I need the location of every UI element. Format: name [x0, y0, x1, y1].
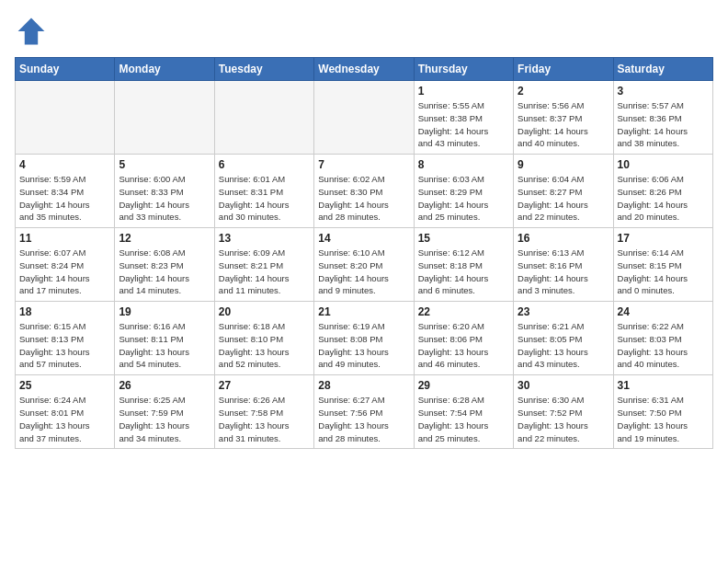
day-info: Sunrise: 6:26 AMSunset: 7:58 PMDaylight:…	[219, 394, 310, 444]
day-cell	[16, 81, 115, 155]
day-info: Sunrise: 6:10 AMSunset: 8:20 PMDaylight:…	[318, 247, 409, 297]
day-number: 22	[418, 305, 509, 318]
day-cell: 9Sunrise: 6:04 AMSunset: 8:27 PMDaylight…	[514, 155, 613, 228]
weekday-header-monday: Monday	[115, 58, 214, 81]
day-info: Sunrise: 6:16 AMSunset: 8:11 PMDaylight:…	[119, 320, 210, 371]
day-number: 2	[518, 85, 609, 98]
day-info: Sunrise: 5:57 AMSunset: 8:36 PMDaylight:…	[618, 99, 709, 150]
day-cell: 29Sunrise: 6:28 AMSunset: 7:54 PMDayligh…	[414, 375, 513, 449]
svg-marker-0	[18, 18, 45, 45]
week-row-2: 11Sunrise: 6:07 AMSunset: 8:24 PMDayligh…	[16, 228, 713, 302]
day-number: 14	[318, 232, 409, 245]
day-number: 3	[618, 85, 709, 98]
day-number: 29	[418, 379, 509, 392]
day-cell: 18Sunrise: 6:15 AMSunset: 8:13 PMDayligh…	[16, 302, 115, 375]
day-cell	[115, 81, 214, 155]
day-info: Sunrise: 6:30 AMSunset: 7:52 PMDaylight:…	[518, 394, 609, 444]
day-cell: 1Sunrise: 5:55 AMSunset: 8:38 PMDaylight…	[414, 81, 513, 155]
day-info: Sunrise: 6:22 AMSunset: 8:03 PMDaylight:…	[618, 320, 709, 371]
day-cell: 8Sunrise: 6:03 AMSunset: 8:29 PMDaylight…	[414, 155, 513, 228]
day-cell: 2Sunrise: 5:56 AMSunset: 8:37 PMDaylight…	[514, 81, 613, 155]
day-cell: 26Sunrise: 6:25 AMSunset: 7:59 PMDayligh…	[115, 375, 214, 449]
weekday-header-friday: Friday	[514, 58, 613, 81]
day-number: 19	[119, 305, 210, 318]
day-info: Sunrise: 6:20 AMSunset: 8:06 PMDaylight:…	[418, 320, 509, 371]
day-number: 18	[19, 305, 110, 318]
day-info: Sunrise: 6:03 AMSunset: 8:29 PMDaylight:…	[418, 173, 509, 224]
day-number: 31	[618, 379, 709, 392]
day-cell: 7Sunrise: 6:02 AMSunset: 8:30 PMDaylight…	[314, 155, 414, 228]
day-number: 7	[318, 158, 409, 171]
day-cell: 17Sunrise: 6:14 AMSunset: 8:15 PMDayligh…	[613, 228, 712, 302]
day-number: 21	[318, 305, 409, 318]
day-number: 20	[219, 305, 310, 318]
day-number: 23	[518, 305, 609, 318]
day-info: Sunrise: 6:08 AMSunset: 8:23 PMDaylight:…	[119, 247, 210, 297]
day-cell: 27Sunrise: 6:26 AMSunset: 7:58 PMDayligh…	[214, 375, 313, 449]
logo-icon	[15, 15, 48, 48]
page-header	[15, 15, 713, 48]
day-cell: 30Sunrise: 6:30 AMSunset: 7:52 PMDayligh…	[514, 375, 613, 449]
day-cell: 31Sunrise: 6:31 AMSunset: 7:50 PMDayligh…	[613, 375, 712, 449]
day-cell: 16Sunrise: 6:13 AMSunset: 8:16 PMDayligh…	[514, 228, 613, 302]
day-info: Sunrise: 6:14 AMSunset: 8:15 PMDaylight:…	[618, 247, 709, 297]
day-cell: 14Sunrise: 6:10 AMSunset: 8:20 PMDayligh…	[314, 228, 414, 302]
day-cell: 15Sunrise: 6:12 AMSunset: 8:18 PMDayligh…	[414, 228, 513, 302]
day-number: 1	[418, 85, 509, 98]
day-number: 13	[219, 232, 310, 245]
week-row-0: 1Sunrise: 5:55 AMSunset: 8:38 PMDaylight…	[16, 81, 713, 155]
day-cell: 21Sunrise: 6:19 AMSunset: 8:08 PMDayligh…	[314, 302, 414, 375]
day-number: 15	[418, 232, 509, 245]
day-number: 4	[19, 158, 110, 171]
day-info: Sunrise: 6:15 AMSunset: 8:13 PMDaylight:…	[19, 320, 110, 371]
day-cell: 4Sunrise: 5:59 AMSunset: 8:34 PMDaylight…	[16, 155, 115, 228]
calendar-body: 1Sunrise: 5:55 AMSunset: 8:38 PMDaylight…	[16, 81, 713, 449]
day-info: Sunrise: 6:31 AMSunset: 7:50 PMDaylight:…	[618, 394, 709, 444]
day-cell: 25Sunrise: 6:24 AMSunset: 8:01 PMDayligh…	[16, 375, 115, 449]
day-cell: 10Sunrise: 6:06 AMSunset: 8:26 PMDayligh…	[613, 155, 712, 228]
day-info: Sunrise: 6:24 AMSunset: 8:01 PMDaylight:…	[19, 394, 110, 444]
day-info: Sunrise: 6:12 AMSunset: 8:18 PMDaylight:…	[418, 247, 509, 297]
day-info: Sunrise: 6:00 AMSunset: 8:33 PMDaylight:…	[119, 173, 210, 224]
day-number: 10	[618, 158, 709, 171]
weekday-header-row: SundayMondayTuesdayWednesdayThursdayFrid…	[16, 58, 713, 81]
weekday-header-wednesday: Wednesday	[314, 58, 414, 81]
day-cell: 13Sunrise: 6:09 AMSunset: 8:21 PMDayligh…	[214, 228, 313, 302]
calendar-table: SundayMondayTuesdayWednesdayThursdayFrid…	[15, 57, 713, 449]
day-number: 28	[318, 379, 409, 392]
day-info: Sunrise: 6:13 AMSunset: 8:16 PMDaylight:…	[518, 247, 609, 297]
day-cell: 12Sunrise: 6:08 AMSunset: 8:23 PMDayligh…	[115, 228, 214, 302]
day-cell: 3Sunrise: 5:57 AMSunset: 8:36 PMDaylight…	[613, 81, 712, 155]
day-number: 17	[618, 232, 709, 245]
day-cell: 5Sunrise: 6:00 AMSunset: 8:33 PMDaylight…	[115, 155, 214, 228]
day-number: 9	[518, 158, 609, 171]
day-cell: 20Sunrise: 6:18 AMSunset: 8:10 PMDayligh…	[214, 302, 313, 375]
weekday-header-sunday: Sunday	[16, 58, 115, 81]
day-info: Sunrise: 6:02 AMSunset: 8:30 PMDaylight:…	[318, 173, 409, 224]
day-info: Sunrise: 6:06 AMSunset: 8:26 PMDaylight:…	[618, 173, 709, 224]
weekday-header-saturday: Saturday	[613, 58, 712, 81]
day-info: Sunrise: 6:25 AMSunset: 7:59 PMDaylight:…	[119, 394, 210, 444]
day-cell: 6Sunrise: 6:01 AMSunset: 8:31 PMDaylight…	[214, 155, 313, 228]
logo	[15, 15, 53, 48]
day-info: Sunrise: 5:56 AMSunset: 8:37 PMDaylight:…	[518, 99, 609, 150]
day-cell: 19Sunrise: 6:16 AMSunset: 8:11 PMDayligh…	[115, 302, 214, 375]
day-number: 5	[119, 158, 210, 171]
week-row-1: 4Sunrise: 5:59 AMSunset: 8:34 PMDaylight…	[16, 155, 713, 228]
week-row-4: 25Sunrise: 6:24 AMSunset: 8:01 PMDayligh…	[16, 375, 713, 449]
day-number: 26	[119, 379, 210, 392]
day-cell	[214, 81, 313, 155]
day-info: Sunrise: 6:21 AMSunset: 8:05 PMDaylight:…	[518, 320, 609, 371]
day-cell: 22Sunrise: 6:20 AMSunset: 8:06 PMDayligh…	[414, 302, 513, 375]
day-number: 6	[219, 158, 310, 171]
day-cell: 11Sunrise: 6:07 AMSunset: 8:24 PMDayligh…	[16, 228, 115, 302]
day-number: 30	[518, 379, 609, 392]
day-cell: 28Sunrise: 6:27 AMSunset: 7:56 PMDayligh…	[314, 375, 414, 449]
day-number: 11	[19, 232, 110, 245]
day-number: 12	[119, 232, 210, 245]
day-info: Sunrise: 5:55 AMSunset: 8:38 PMDaylight:…	[418, 99, 509, 150]
day-info: Sunrise: 6:07 AMSunset: 8:24 PMDaylight:…	[19, 247, 110, 297]
day-info: Sunrise: 6:19 AMSunset: 8:08 PMDaylight:…	[318, 320, 409, 371]
day-info: Sunrise: 6:27 AMSunset: 7:56 PMDaylight:…	[318, 394, 409, 444]
day-cell: 23Sunrise: 6:21 AMSunset: 8:05 PMDayligh…	[514, 302, 613, 375]
